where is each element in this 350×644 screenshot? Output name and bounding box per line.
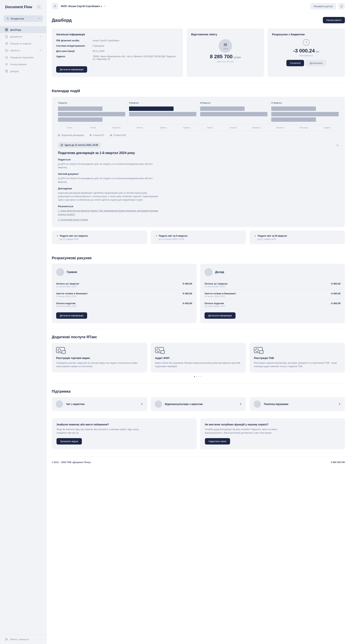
copyright: © 2011 – 2024 ТОВ «Документ Флоу» — [52, 461, 91, 464]
pay-button[interactable]: Сплатити — [286, 60, 304, 66]
nav-reports[interactable]: Звітність — [0, 47, 47, 54]
carousel-dots[interactable]: ●●●● — [52, 376, 345, 378]
calendar-bar[interactable] — [129, 112, 196, 116]
coins-icon — [5, 42, 8, 45]
regulation-link[interactable]: 2. Податковий кодекс України — [58, 218, 88, 221]
transaction-row: Оплата податків12 лютого 2024, 22:22-5 4… — [205, 300, 340, 310]
quarter-label: IV Квартал — [271, 102, 339, 104]
support-label: Відеоконсультація з юристом — [165, 403, 237, 406]
decl-text: до ДПС не пізніше 40 календарних днів, я… — [58, 177, 160, 184]
nav-dashboard[interactable]: Дашборд — [0, 26, 47, 33]
calendar-bar[interactable] — [58, 118, 102, 122]
support-chat[interactable]: Чат з юристом — [52, 397, 147, 411]
collapse-sidebar-button[interactable] — [36, 4, 41, 10]
quarter-col: III Квартал — [198, 100, 269, 124]
report-title: Подати звіт за II квартал — [159, 234, 241, 237]
month-label: Січень — [58, 127, 81, 129]
calendar-bar[interactable] — [58, 106, 102, 111]
logout-icon — [5, 638, 8, 641]
tx-title: Оплата податків — [205, 302, 225, 305]
tx-date: 12 лютого 2024, 22:22 — [205, 286, 228, 288]
report-card[interactable]: Подати звіт за III кварталдо 22 травня 2… — [250, 230, 345, 244]
nav-invoices[interactable]: Рахунки та податки — [0, 40, 47, 47]
info-label: Адреса: — [56, 55, 93, 60]
svg-point-6 — [6, 64, 7, 65]
sidebar: Document Flow Владислав Дашборд Документ… — [0, 0, 47, 644]
nav-label: Рахунки та податки — [10, 42, 31, 45]
report-card[interactable]: Подати звіт за II кварталдо 12 лютого 20… — [151, 230, 246, 244]
notifications-button[interactable] — [338, 3, 345, 10]
calendar-bar-active[interactable] — [129, 106, 173, 111]
feedback-title: Не вистачає потрібних функцій у нашому с… — [205, 423, 340, 426]
account-detail-button[interactable]: Детальна інформація — [205, 312, 236, 319]
tx-amount: -5 483.00 — [182, 302, 192, 305]
transaction-row: Оплата за I квартал12 лютого 2024, 22:22… — [56, 280, 192, 290]
customize-button[interactable]: Налаштувати — [323, 17, 345, 23]
quarter-label: III Квартал — [200, 102, 267, 104]
month-label: Травень — [151, 127, 175, 129]
legend-label: Податкова декларація — [61, 134, 84, 136]
info-value: Спрощена — [93, 44, 179, 47]
nav-label: Звітність — [10, 49, 20, 52]
month-label: Березень — [105, 127, 128, 129]
month-label: Квітень — [128, 127, 151, 129]
service-card[interactable]: Аудит ФОПВедіть бізнес без сюрпризів. Ви… — [151, 343, 246, 372]
close-panel-button[interactable]: ✕ — [334, 144, 340, 147]
account-detail-button[interactable]: Детальна інформація — [56, 312, 87, 319]
logout-button[interactable]: Вийти з аккаунта — [5, 638, 41, 641]
nav-documents[interactable]: Документи — [0, 33, 47, 40]
quarter-col: II Квартал — [127, 100, 198, 124]
regulation-link[interactable]: 1. Наказ Міністерства фінансів України "… — [58, 210, 158, 216]
service-icon — [254, 347, 263, 353]
service-title: Реєстрація торгової марки — [56, 356, 143, 360]
tx-date: 12 лютого 2024, 22:22 — [56, 286, 79, 288]
document-icon — [5, 35, 8, 38]
service-icon — [56, 347, 65, 353]
month-label: Лютий — [81, 127, 105, 129]
tx-title: Оплата за I квартал — [205, 282, 228, 285]
budget-more-button[interactable]: Детальніше — [306, 60, 326, 66]
transaction-row: Оплата за I квартал12 лютого 2024, 22:22… — [205, 280, 340, 290]
service-card[interactable]: Реєстрація торгової маркиОтримаємо для В… — [52, 343, 147, 372]
legend-item: Податкова декларація — [58, 134, 84, 136]
footer-phone: 0 800 509 545 — [331, 461, 345, 464]
leave-feedback-button[interactable]: Залишити відгук — [57, 438, 82, 444]
support-tech[interactable]: Технічна підтримка — [250, 397, 345, 411]
service-title: Аудит ФОП — [155, 356, 242, 360]
calendar-bar[interactable] — [58, 112, 125, 116]
chevron-down-icon — [104, 5, 106, 7]
share-access-button[interactable]: Поширити доступ — [310, 3, 336, 10]
grid-icon — [5, 28, 8, 31]
nav-help[interactable]: Довідка — [0, 68, 47, 75]
user-selector[interactable]: Владислав — [4, 15, 43, 22]
calendar-bar[interactable] — [271, 112, 339, 116]
company-selector[interactable]: ФОП «Козак Сергій Сергійович » — [61, 5, 106, 8]
service-card[interactable]: Реєстрація ТОВРеєстрація, ведення бухгал… — [250, 343, 345, 372]
tx-date: 12 лютого 2024, 22:22 — [56, 295, 88, 298]
support-label: Технічна підтримка — [264, 403, 335, 406]
navigation: Дашборд Документи Рахунки та податки Зві… — [0, 26, 47, 634]
tx-title: Оплата за I квартал — [56, 282, 79, 285]
calendar-card: I Квартал II Квартал — [52, 97, 345, 227]
legend-dot-icon — [58, 134, 60, 136]
transaction-row: Зняття готівки в банкоматі12 лютого 2024… — [205, 290, 340, 300]
calendar-bar[interactable] — [271, 106, 316, 111]
bell-icon — [340, 5, 343, 8]
calendar-bar[interactable] — [200, 112, 267, 116]
report-date: до 22 травня 2024 — [258, 238, 340, 240]
help-icon — [5, 70, 8, 73]
nav-label: Дашборд — [10, 28, 21, 31]
general-detail-button[interactable]: Детальна інформація — [56, 66, 87, 73]
chevron-down-icon — [39, 36, 41, 38]
calendar-bar[interactable] — [200, 106, 245, 111]
support-video[interactable]: Відеоконсультація з юристом — [151, 397, 246, 411]
tx-amount: -5 483.00 — [182, 282, 192, 285]
send-request-button[interactable]: Надіслати запит — [205, 438, 230, 444]
deadline-chip: Здати до 12 лютого 2024, 23:59 — [58, 142, 101, 148]
report-card[interactable]: Подати звіт за I кварталдо 22 травня 202… — [52, 230, 147, 244]
decl-heading: Регулюється — [58, 205, 339, 208]
nav-legal[interactable]: Юридична підтримка — [0, 54, 47, 61]
nav-settings[interactable]: Налаштування — [0, 61, 47, 68]
company-name: ФОП «Козак Сергій Сергійович » — [61, 5, 102, 8]
calendar-bar[interactable] — [271, 118, 316, 122]
